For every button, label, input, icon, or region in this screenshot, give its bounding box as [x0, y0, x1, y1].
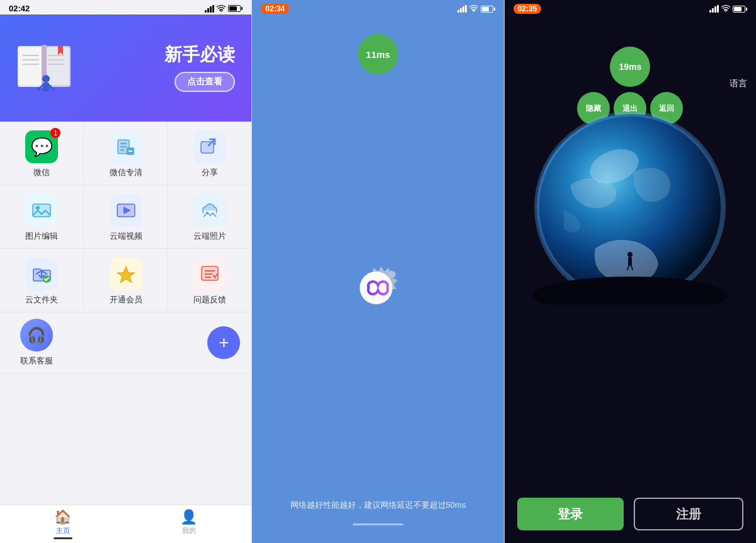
grid-item-cloud-photo[interactable]: 云端照片	[168, 185, 251, 248]
app-logo-area	[350, 74, 406, 500]
phone-2: 02:34 11ms	[252, 0, 504, 543]
grid-item-cloud-folder[interactable]: 云文件夹	[0, 249, 84, 312]
grid-row-2: 图片编辑 云端视频	[0, 185, 251, 249]
service-label: 联系客服	[20, 355, 53, 367]
grid-row-3: 云文件夹 开通会员	[0, 249, 251, 312]
banner-button[interactable]: 点击查看	[175, 72, 235, 92]
status-icons-2	[457, 5, 495, 13]
share-icon	[193, 130, 226, 163]
battery-icon-2	[481, 6, 495, 13]
app-grid: 💬 1 微信 微信专清	[0, 122, 251, 505]
cloud-video-label: 云端视频	[110, 231, 142, 242]
cloud-folder-icon	[25, 258, 58, 290]
home-icon: 🏠	[54, 509, 71, 525]
p3-buttons: 登录 注册	[505, 498, 756, 530]
tab-home-label: 主页	[56, 526, 70, 535]
grid-item-vip[interactable]: 开通会员	[84, 249, 168, 312]
earth-container	[532, 110, 728, 305]
tab-home[interactable]: 🏠 主页	[0, 509, 126, 542]
profile-icon: 👤	[180, 509, 197, 525]
grid-item-cloud-video[interactable]: 云端视频	[84, 185, 168, 248]
feedback-label: 问题反馈	[193, 294, 226, 306]
p3-body: 19ms 隐藏 退出 返回 语言	[505, 15, 756, 543]
wifi-icon-2	[469, 5, 478, 13]
cloud-photo-label: 云端照片	[193, 231, 226, 242]
service-icon: 🎧	[20, 319, 53, 352]
wifi-icon-3	[721, 5, 730, 13]
banner[interactable]: 新手必读 点击查看	[0, 14, 251, 122]
wechat-icon: 💬 1	[25, 130, 58, 163]
wechat-clean-icon	[110, 130, 142, 163]
cloud-photo-icon	[193, 194, 226, 227]
p2-body: 11ms	[252, 15, 503, 543]
time-1: 02:42	[9, 4, 30, 13]
status-icons-3	[709, 5, 747, 13]
svg-point-44	[627, 252, 633, 257]
grid-row-1: 💬 1 微信 微信专清	[0, 122, 251, 185]
service-item[interactable]: 🎧 联系客服	[11, 319, 62, 367]
cloud-video-icon	[110, 194, 142, 227]
status-bar-2: 02:34	[252, 0, 503, 15]
app-logo	[350, 259, 406, 316]
cloud-folder-label: 云文件夹	[25, 294, 58, 306]
grid-item-wechat[interactable]: 💬 1 微信	[0, 122, 84, 185]
svg-rect-1	[19, 47, 43, 85]
status-icons-1	[205, 5, 243, 13]
svg-marker-32	[117, 266, 135, 283]
banner-title: 新手必读	[81, 44, 235, 66]
svg-point-42	[532, 277, 728, 305]
share-label: 分享	[202, 167, 218, 178]
ping-badge: 11ms	[358, 34, 398, 74]
photo-edit-label: 图片编辑	[25, 231, 58, 242]
svg-point-25	[36, 206, 40, 210]
tab-profile-label: 我的	[182, 526, 196, 535]
add-button[interactable]: +	[207, 326, 240, 359]
grid-item-feedback[interactable]: 问题反馈	[168, 249, 251, 312]
svg-rect-13	[43, 83, 49, 91]
photo-edit-icon	[25, 194, 58, 227]
login-button[interactable]: 登录	[517, 498, 624, 530]
wifi-icon	[217, 5, 226, 13]
vip-icon	[110, 258, 142, 290]
wechat-label: 微信	[33, 167, 50, 178]
phone-1: 02:42	[0, 0, 252, 543]
battery-icon	[228, 5, 243, 12]
p2-hint: 网络越好性能越好，建议网络延迟不要超过50ms	[272, 500, 485, 523]
register-button[interactable]: 注册	[634, 498, 743, 530]
wechat-clean-label: 微信专清	[110, 167, 142, 178]
signal-icon-3	[709, 5, 719, 13]
tab-indicator	[54, 537, 72, 539]
phone-3: 02:35 19ms 隐藏 退出 返回	[505, 0, 756, 543]
p2-scrollbar	[353, 523, 403, 525]
grid-item-wechat-clean[interactable]: 微信专清	[84, 122, 168, 185]
wechat-badge: 1	[50, 128, 60, 138]
p3-ping-badge: 19ms	[610, 47, 650, 87]
battery-icon-3	[733, 6, 747, 13]
vip-label: 开通会员	[110, 294, 142, 306]
tab-profile[interactable]: 👤 我的	[126, 509, 252, 542]
banner-book-icon	[11, 33, 81, 103]
time-3: 02:35	[513, 4, 542, 14]
signal-icon	[205, 5, 214, 13]
status-bar-3: 02:35	[505, 0, 756, 15]
grid-item-share[interactable]: 分享	[168, 122, 251, 185]
time-2: 02:34	[261, 4, 289, 14]
tab-bar: 🏠 主页 👤 我的	[0, 505, 251, 543]
language-label[interactable]: 语言	[730, 78, 747, 89]
status-bar-1: 02:42	[0, 0, 251, 14]
service-row: 🎧 联系客服 +	[0, 312, 251, 374]
svg-rect-43	[628, 257, 632, 266]
banner-text: 新手必读 点击查看	[81, 44, 240, 92]
svg-point-12	[42, 75, 50, 83]
feedback-icon	[193, 258, 226, 290]
signal-icon-2	[457, 5, 467, 13]
grid-item-photo-edit[interactable]: 图片编辑	[0, 185, 84, 248]
